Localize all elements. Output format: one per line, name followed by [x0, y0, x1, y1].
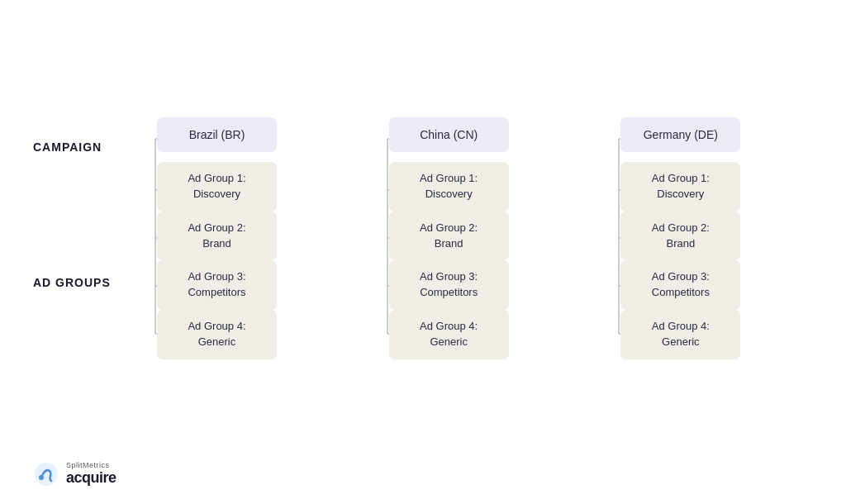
- group-card-brazil-2: Ad Group 3:Competitors: [157, 260, 277, 310]
- left-labels: CAMPAIGN AD GROUPS: [33, 117, 116, 289]
- group-card-germany-3: Ad Group 4:Generic: [620, 310, 740, 359]
- group-card-brazil-3: Ad Group 4:Generic: [157, 310, 277, 359]
- campaign-card-brazil: Brazil (BR): [157, 117, 277, 152]
- column-germany: Germany (DE)Ad Group 1:DiscoveryAd Group…: [596, 117, 813, 362]
- connector-svg-germany: [596, 117, 620, 362]
- group-card-germany-1: Ad Group 2:Brand: [620, 212, 740, 261]
- connector-svg-china: [364, 117, 389, 362]
- logo-text: SplitMetrics acquire: [66, 462, 116, 487]
- group-card-brazil-1: Ad Group 2:Brand: [157, 212, 277, 261]
- adgroups-label: AD GROUPS: [33, 276, 116, 289]
- group-card-brazil-0: Ad Group 1:Discovery: [157, 162, 277, 212]
- cards-area-germany: Germany (DE)Ad Group 1:DiscoveryAd Group…: [620, 117, 740, 359]
- main-container: CAMPAIGN AD GROUPS Brazil (BR)Ad Group 1…: [0, 0, 846, 504]
- svg-point-19: [39, 475, 44, 480]
- group-card-china-2: Ad Group 3:Competitors: [389, 260, 509, 310]
- col-separator-0: [349, 117, 364, 362]
- group-card-china-1: Ad Group 2:Brand: [389, 212, 509, 261]
- campaign-card-germany: Germany (DE): [620, 117, 740, 152]
- connector-svg-brazil: [132, 117, 157, 362]
- logo-acquire: acquire: [66, 470, 116, 487]
- splitmetrics-logo-icon: [33, 461, 59, 487]
- campaign-label: CAMPAIGN: [33, 140, 116, 154]
- campaign-card-china: China (CN): [389, 117, 509, 152]
- cards-area-brazil: Brazil (BR)Ad Group 1:DiscoveryAd Group …: [157, 117, 277, 359]
- columns-wrapper: Brazil (BR)Ad Group 1:DiscoveryAd Group …: [132, 117, 813, 362]
- group-card-china-3: Ad Group 4:Generic: [389, 310, 509, 359]
- svg-point-18: [35, 463, 58, 486]
- logo-area: SplitMetrics acquire: [33, 461, 116, 487]
- group-card-germany-2: Ad Group 3:Competitors: [620, 260, 740, 310]
- column-brazil: Brazil (BR)Ad Group 1:DiscoveryAd Group …: [132, 117, 349, 362]
- column-china: China (CN)Ad Group 1:DiscoveryAd Group 2…: [364, 117, 582, 362]
- group-card-china-0: Ad Group 1:Discovery: [389, 162, 509, 212]
- col-separator-1: [581, 117, 596, 362]
- diagram: CAMPAIGN AD GROUPS Brazil (BR)Ad Group 1…: [33, 117, 813, 362]
- cards-area-china: China (CN)Ad Group 1:DiscoveryAd Group 2…: [389, 117, 509, 359]
- group-card-germany-0: Ad Group 1:Discovery: [620, 162, 740, 212]
